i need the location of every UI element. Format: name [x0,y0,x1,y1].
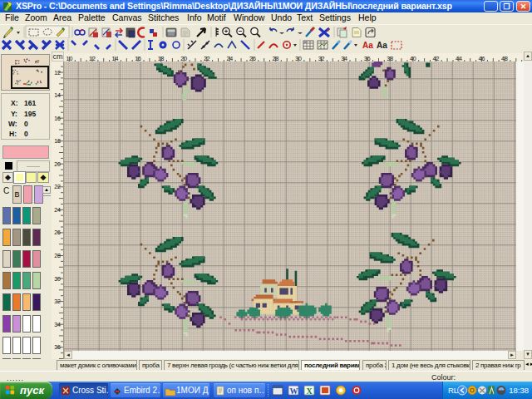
svg-text:32: 32 [54,298,61,304]
svg-text:42: 42 [433,56,440,62]
svg-text:36: 36 [364,56,371,62]
svg-text:X: X [307,387,313,396]
svg-text:14: 14 [112,56,119,62]
svg-text:24: 24 [54,207,61,213]
svg-text:30: 30 [54,276,61,282]
svg-text:36: 36 [54,344,61,350]
svg-text:26: 26 [249,56,256,62]
svg-text:W: W [290,387,298,396]
svg-text:32: 32 [318,56,325,62]
svg-text:24: 24 [226,56,233,62]
svg-text:30: 30 [295,56,302,62]
svg-text:38: 38 [387,56,393,62]
svg-text:34: 34 [54,322,61,328]
svg-text:48: 48 [501,56,508,62]
svg-text:20: 20 [180,56,187,62]
svg-text:18: 18 [158,56,165,62]
svg-text:12: 12 [89,56,96,62]
svg-text:14: 14 [54,92,61,98]
svg-text:46: 46 [479,56,485,62]
svg-text:12: 12 [54,70,61,76]
svg-text:44: 44 [456,56,462,62]
svg-text:Aa: Aa [377,41,387,50]
svg-text:18: 18 [54,138,61,144]
svg-text:10: 10 [66,56,73,62]
svg-text:26: 26 [54,229,61,235]
svg-text:16: 16 [54,116,61,121]
svg-text:16: 16 [135,56,141,62]
svg-text:28: 28 [54,253,61,259]
svg-text:40: 40 [410,56,416,62]
svg-text:Aa: Aa [362,41,373,50]
svg-text:28: 28 [273,56,279,62]
svg-text:22: 22 [204,56,210,62]
svg-text:34: 34 [341,56,347,62]
svg-text:20: 20 [54,161,61,167]
svg-text:22: 22 [54,184,61,190]
